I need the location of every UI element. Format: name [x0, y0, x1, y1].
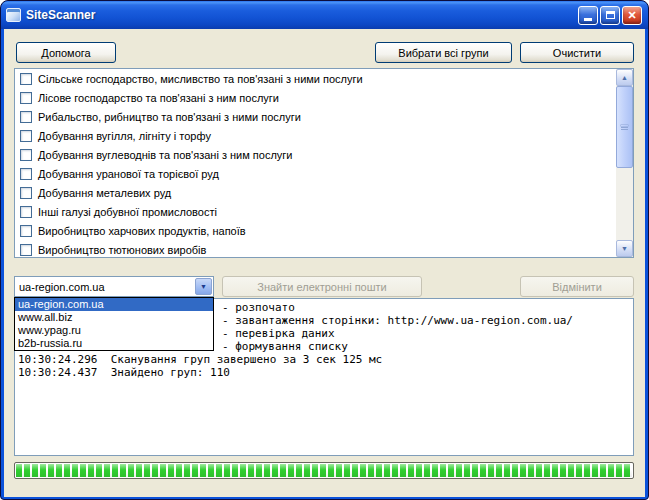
find-emails-button[interactable]: Знайти електронні пошти	[222, 276, 422, 297]
group-checkbox[interactable]	[20, 73, 32, 85]
group-label: Виробництво тютюнових виробів	[38, 244, 206, 256]
group-checkbox[interactable]	[20, 149, 32, 161]
scroll-up-button[interactable]: ▲	[616, 69, 633, 86]
group-checkbox[interactable]	[20, 92, 32, 104]
site-option[interactable]: ua-region.com.ua	[15, 298, 213, 311]
groups-checklist: Сільське господарство, мисливство та пов…	[14, 68, 634, 258]
chevron-down-icon: ▼	[200, 283, 207, 290]
site-option[interactable]: www.all.biz	[15, 311, 213, 324]
groups-scrollbar[interactable]: ▲ ▼	[616, 69, 633, 257]
scrollbar-thumb[interactable]	[616, 86, 633, 168]
group-row[interactable]: Рибальство, рибництво та пов'язані з ним…	[15, 107, 616, 126]
maximize-icon	[606, 11, 615, 19]
scroll-down-button[interactable]: ▼	[616, 240, 633, 257]
group-label: Лісове господарство та пов'язані з ним п…	[38, 92, 279, 104]
app-window: SiteScanner ✕ Допомога Вибрати всі групи…	[0, 0, 649, 500]
groups-rows: Сільське господарство, мисливство та пов…	[15, 69, 616, 258]
window-controls: ✕	[578, 6, 642, 25]
group-row[interactable]: Сільське господарство, мисливство та пов…	[15, 69, 616, 88]
group-label: Інші галузі добувної промисловості	[38, 206, 217, 218]
progress-fill	[16, 464, 632, 477]
site-option[interactable]: b2b-russia.ru	[15, 337, 213, 350]
group-checkbox[interactable]	[20, 130, 32, 142]
group-label: Добування вугілля, лігніту і торфу	[38, 130, 211, 142]
client-area: Допомога Вибрати всі групи Очистити Сіль…	[4, 29, 645, 497]
log-line: 10:30:24.437 Знайдено груп: 110	[18, 366, 633, 379]
app-icon	[6, 8, 21, 22]
select-all-groups-button[interactable]: Вибрати всі групи	[375, 42, 512, 63]
help-button[interactable]: Допомога	[16, 42, 116, 63]
group-row[interactable]: Добування вуглеводнів та пов'язані з ним…	[15, 145, 616, 164]
progress-bar	[14, 462, 634, 479]
site-dropdown-list: ua-region.com.uawww.all.bizwww.ypag.rub2…	[14, 297, 214, 351]
group-label: Виробництво харчових продуктів, напоїв	[38, 225, 246, 237]
log-line: 10:30:24.296 Сканування груп завершено з…	[18, 353, 633, 366]
group-row[interactable]: Добування металевих руд	[15, 183, 616, 202]
group-checkbox[interactable]	[20, 111, 32, 123]
group-label: Сільське господарство, мисливство та пов…	[38, 73, 363, 85]
close-button[interactable]: ✕	[622, 6, 642, 25]
group-row[interactable]: Виробництво харчових продуктів, напоїв	[15, 221, 616, 240]
group-row[interactable]: Добування вугілля, лігніту і торфу	[15, 126, 616, 145]
minimize-icon	[584, 18, 592, 21]
group-checkbox[interactable]	[20, 244, 32, 256]
group-checkbox[interactable]	[20, 187, 32, 199]
group-row[interactable]: Добування уранової та торієвої руд	[15, 164, 616, 183]
group-row[interactable]: Лісове господарство та пов'язані з ним п…	[15, 88, 616, 107]
group-row[interactable]: Інші галузі добувної промисловості	[15, 202, 616, 221]
group-label: Добування уранової та торієвої руд	[38, 168, 219, 180]
scroll-up-icon: ▲	[621, 74, 628, 81]
window-title: SiteScanner	[26, 8, 573, 22]
group-checkbox[interactable]	[20, 206, 32, 218]
titlebar[interactable]: SiteScanner ✕	[1, 1, 648, 29]
maximize-button[interactable]	[600, 6, 620, 25]
site-option[interactable]: www.ypag.ru	[15, 324, 213, 337]
group-label: Добування металевих руд	[38, 187, 171, 199]
site-combobox-value: ua-region.com.ua	[15, 281, 194, 293]
combo-dropdown-button[interactable]: ▼	[195, 278, 212, 295]
group-label: Добування вуглеводнів та пов'язані з ним…	[38, 149, 292, 161]
close-icon: ✕	[627, 10, 636, 21]
group-row[interactable]: Виробництво тютюнових виробів	[15, 240, 616, 258]
scrollbar-grip-icon	[621, 125, 628, 126]
group-label: Рибальство, рибництво та пов'язані з ним…	[38, 111, 301, 123]
cancel-button[interactable]: Відмінити	[520, 276, 634, 297]
scroll-down-icon: ▼	[621, 245, 628, 252]
site-combobox[interactable]: ua-region.com.ua ▼	[14, 276, 214, 297]
group-checkbox[interactable]	[20, 225, 32, 237]
clear-button[interactable]: Очистити	[520, 42, 634, 63]
group-checkbox[interactable]	[20, 168, 32, 180]
minimize-button[interactable]	[578, 6, 598, 25]
